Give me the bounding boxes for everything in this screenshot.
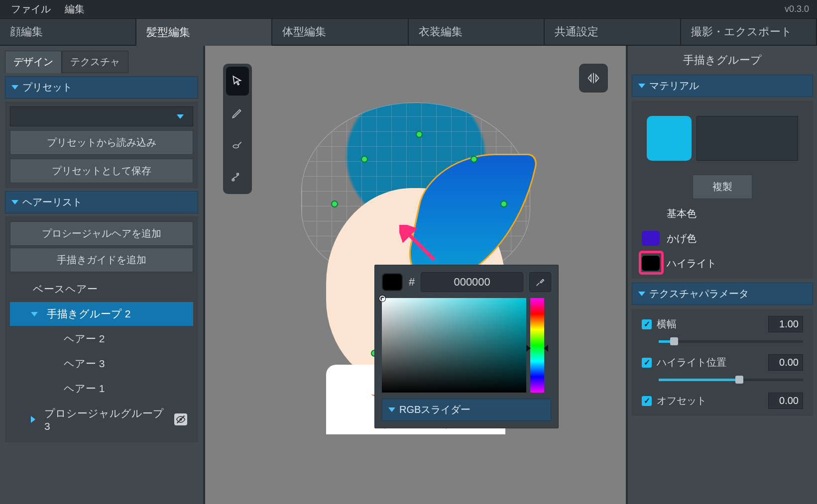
chevron-down-icon xyxy=(11,85,18,90)
preset-header-label: プリセット xyxy=(22,81,72,94)
param-offset-label: オフセット xyxy=(657,394,763,407)
tab-hair[interactable]: 髪型編集 xyxy=(136,19,273,46)
tool-pencil[interactable] xyxy=(226,99,249,127)
preset-body: プリセットから読み込み プリセットとして保存 xyxy=(5,101,198,188)
texparam-header[interactable]: テクスチャパラメータ xyxy=(632,283,813,305)
param-width-value[interactable]: 1.00 xyxy=(768,316,803,332)
hue-slider[interactable] xyxy=(530,298,544,393)
texparam-header-label: テクスチャパラメータ xyxy=(649,287,749,301)
checkbox-width[interactable]: ✓ xyxy=(642,319,652,329)
hairlist-body: プロシージャルヘアを追加 手描きガイドを追加 ベースヘアー 手描きグループ 2 … xyxy=(5,216,198,442)
tool-curve[interactable] xyxy=(226,162,249,191)
chevron-down-icon xyxy=(638,84,645,88)
tool-select[interactable] xyxy=(226,67,249,96)
svg-rect-4 xyxy=(237,174,238,175)
checkbox-hlpos[interactable]: ✓ xyxy=(642,358,652,368)
rgb-slider-label: RGBスライダー xyxy=(399,403,470,416)
material-dropdown[interactable] xyxy=(697,116,798,161)
sv-cursor[interactable] xyxy=(379,296,385,302)
base-color-label: 基本色 xyxy=(667,207,697,220)
tool-column xyxy=(223,64,252,194)
param-offset-value[interactable]: 0.00 xyxy=(768,393,803,409)
add-guide-button[interactable]: 手描きガイドを追加 xyxy=(10,248,193,272)
rgb-slider-header[interactable]: RGBスライダー xyxy=(382,399,551,421)
preset-load-button[interactable]: プリセットから読み込み xyxy=(10,130,193,155)
preset-header[interactable]: プリセット xyxy=(5,76,198,99)
material-body: 複製 基本色 かげ色 ハイライト xyxy=(632,101,813,279)
right-title: 手描きグループ xyxy=(632,50,813,71)
preset-dropdown[interactable] xyxy=(10,106,193,126)
hairlist-header[interactable]: ヘアーリスト xyxy=(5,191,198,213)
highlight-color-label: ハイライト xyxy=(667,257,716,270)
material-swatch[interactable] xyxy=(647,116,692,161)
tab-common[interactable]: 共通設定 xyxy=(545,19,681,46)
texparam-body: ✓ 横幅 1.00 ✓ ハイライト位置 0.00 ✓ オフセット 0.00 xyxy=(632,309,813,416)
param-hlpos-value[interactable]: 0.00 xyxy=(768,354,803,371)
menu-file[interactable]: ファイル xyxy=(4,0,58,19)
param-width-label: 横幅 xyxy=(657,317,763,331)
hairlist-header-label: ヘアーリスト xyxy=(22,196,82,209)
duplicate-button[interactable]: 複製 xyxy=(693,175,752,199)
tool-brush[interactable] xyxy=(226,130,249,159)
slider-hlpos[interactable] xyxy=(659,375,803,385)
color-picker: # 000000 RGBスライダー xyxy=(374,265,559,428)
hair-list: ベースヘアー 手描きグループ 2 ヘアー 2 ヘアー 3 ヘアー 1 プロシージ… xyxy=(10,277,193,437)
chevron-down-icon xyxy=(11,200,18,204)
hue-cursor-left-icon xyxy=(526,345,531,352)
hue-cursor-right-icon xyxy=(544,345,548,352)
mirror-button[interactable] xyxy=(579,64,608,93)
preset-save-button[interactable]: プリセットとして保存 xyxy=(10,159,193,183)
chevron-down-icon xyxy=(388,407,395,412)
chevron-right-icon xyxy=(31,416,35,423)
shade-color-row[interactable]: かげ色 xyxy=(637,228,808,249)
svg-line-5 xyxy=(405,231,434,260)
tab-export[interactable]: 撮影・エクスポート xyxy=(681,19,817,46)
list-item-handgroup[interactable]: 手描きグループ 2 xyxy=(10,302,193,326)
eyedropper-button[interactable] xyxy=(529,272,551,292)
subtab-design[interactable]: デザイン xyxy=(5,51,62,73)
highlight-frame-icon xyxy=(639,251,664,275)
sv-field[interactable] xyxy=(382,298,526,393)
checkbox-offset[interactable]: ✓ xyxy=(642,396,652,406)
visibility-off-icon[interactable] xyxy=(174,413,187,425)
material-header[interactable]: マテリアル xyxy=(632,75,813,97)
add-procedural-button[interactable]: プロシージャルヘアを追加 xyxy=(10,221,193,246)
base-color-chip[interactable] xyxy=(642,206,660,221)
param-hlpos-label: ハイライト位置 xyxy=(657,356,763,369)
annotation-arrow-icon xyxy=(399,225,439,265)
param-offset-row: ✓ オフセット 0.00 xyxy=(637,391,808,411)
right-panel: 手描きグループ マテリアル 複製 基本色 かげ色 ハイライト xyxy=(628,46,817,504)
tab-face[interactable]: 顔編集 xyxy=(0,19,136,46)
material-header-label: マテリアル xyxy=(649,79,699,93)
param-hlpos-row: ✓ ハイライト位置 0.00 xyxy=(637,352,808,373)
subtab-texture[interactable]: テクスチャ xyxy=(62,51,128,73)
base-color-row[interactable]: 基本色 xyxy=(637,203,808,224)
version-label: v0.3.0 xyxy=(785,4,813,14)
chevron-down-icon xyxy=(31,312,38,316)
left-panel: デザイン テクスチャ プリセット プリセットから読み込み プリセットとして保存 … xyxy=(0,46,203,504)
list-item-hair3[interactable]: ヘアー 3 xyxy=(10,352,193,376)
list-item-hair2[interactable]: ヘアー 2 xyxy=(10,327,193,351)
tab-body[interactable]: 体型編集 xyxy=(272,19,409,46)
tab-clothes[interactable]: 衣装編集 xyxy=(409,19,545,46)
viewport[interactable]: # 000000 RGBスライダー xyxy=(203,46,628,504)
list-item-hair1[interactable]: ヘアー 1 xyxy=(10,377,193,401)
menubar: ファイル 編集 v0.3.0 xyxy=(0,0,817,19)
shade-color-chip[interactable] xyxy=(642,231,660,246)
list-item-label: 手描きグループ 2 xyxy=(47,307,131,321)
shade-color-label: かげ色 xyxy=(667,232,697,245)
hex-input[interactable]: 000000 xyxy=(421,272,523,292)
hash-label: # xyxy=(409,276,415,289)
highlight-color-row[interactable]: ハイライト xyxy=(637,253,808,274)
menu-edit[interactable]: 編集 xyxy=(58,0,92,19)
chevron-down-icon xyxy=(177,114,184,119)
chevron-down-icon xyxy=(638,292,645,296)
color-swatch xyxy=(382,273,403,291)
svg-point-2 xyxy=(233,145,238,148)
list-item-base[interactable]: ベースヘアー xyxy=(10,277,193,301)
left-subtabs: デザイン テクスチャ xyxy=(5,51,198,73)
slider-width[interactable] xyxy=(659,336,803,346)
main-tabs: 顔編集 髪型編集 体型編集 衣装編集 共通設定 撮影・エクスポート xyxy=(0,19,817,46)
list-item-procgroup[interactable]: プロシージャルグループ 3 xyxy=(10,402,193,437)
list-item-label: プロシージャルグループ 3 xyxy=(44,406,165,432)
